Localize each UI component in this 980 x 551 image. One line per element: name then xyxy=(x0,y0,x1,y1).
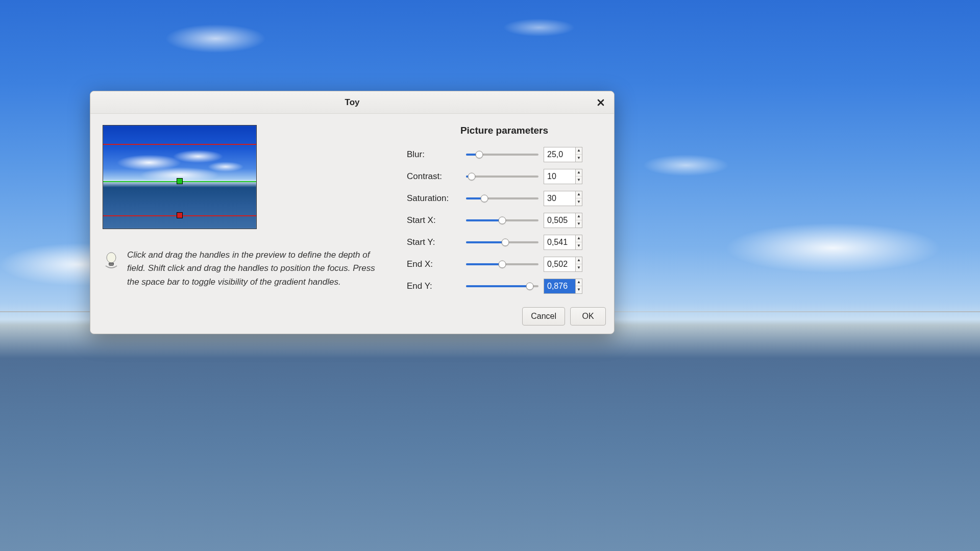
param-label: Saturation: xyxy=(407,193,461,204)
param-saturation: Saturation: ▲▼ xyxy=(407,187,602,209)
start-x-input[interactable] xyxy=(544,213,575,228)
dialog-titlebar[interactable]: Toy xyxy=(90,91,614,114)
svg-point-0 xyxy=(107,253,116,263)
param-end-y: End Y: ▲▼ xyxy=(407,275,602,297)
end-x-slider[interactable] xyxy=(466,260,538,268)
spin-arrows[interactable]: ▲▼ xyxy=(575,213,582,228)
end-y-input[interactable] xyxy=(544,279,575,294)
param-contrast: Contrast: ▲▼ xyxy=(407,165,602,187)
close-icon[interactable] xyxy=(595,96,607,109)
start-y-input[interactable] xyxy=(544,235,575,250)
blur-spinbox[interactable]: ▲▼ xyxy=(544,147,585,162)
arrow-down-icon[interactable]: ▼ xyxy=(576,220,582,228)
saturation-input[interactable] xyxy=(544,191,575,206)
arrow-up-icon[interactable]: ▲ xyxy=(576,257,582,265)
param-label: Blur: xyxy=(407,149,461,160)
param-start-x: Start X: ▲▼ xyxy=(407,209,602,231)
param-label: Contrast: xyxy=(407,171,461,182)
spin-arrows[interactable]: ▲▼ xyxy=(575,191,582,206)
arrow-up-icon[interactable]: ▲ xyxy=(576,279,582,287)
focus-handle[interactable] xyxy=(177,178,183,184)
hint-text: Click and drag the handles in the previe… xyxy=(127,248,388,289)
cancel-button[interactable]: Cancel xyxy=(522,307,565,325)
start-x-spinbox[interactable]: ▲▼ xyxy=(544,213,585,228)
contrast-slider[interactable] xyxy=(466,172,538,181)
arrow-up-icon[interactable]: ▲ xyxy=(576,191,582,199)
param-blur: Blur: ▲▼ xyxy=(407,143,602,165)
param-label: Start X: xyxy=(407,215,461,226)
arrow-up-icon[interactable]: ▲ xyxy=(576,169,582,177)
end-x-input[interactable] xyxy=(544,257,575,272)
param-label: Start Y: xyxy=(407,237,461,247)
parameters-title: Picture parameters xyxy=(407,125,602,136)
param-label: End X: xyxy=(407,259,461,269)
arrow-down-icon[interactable]: ▼ xyxy=(576,198,582,206)
dialog-button-bar: Cancel OK xyxy=(90,303,614,334)
gradient-handle[interactable] xyxy=(177,212,183,218)
ok-button[interactable]: OK xyxy=(570,307,606,325)
spin-arrows[interactable]: ▲▼ xyxy=(575,235,582,250)
param-end-x: End X: ▲▼ xyxy=(407,253,602,275)
dialog-title: Toy xyxy=(345,97,360,108)
start-y-spinbox[interactable]: ▲▼ xyxy=(544,235,585,250)
start-y-slider[interactable] xyxy=(466,238,538,246)
spin-arrows[interactable]: ▲▼ xyxy=(575,147,582,162)
end-y-spinbox[interactable]: ▲▼ xyxy=(544,279,585,294)
arrow-up-icon[interactable]: ▲ xyxy=(576,235,582,243)
hint-row: Click and drag the handles in the previe… xyxy=(103,248,388,289)
saturation-slider[interactable] xyxy=(466,194,538,203)
end-x-spinbox[interactable]: ▲▼ xyxy=(544,257,585,272)
parameters-panel: Picture parameters Blur: ▲▼ Contrast: xyxy=(407,125,602,297)
dialog-window: Toy xyxy=(90,91,615,334)
spin-arrows[interactable]: ▲▼ xyxy=(575,257,582,272)
arrow-up-icon[interactable]: ▲ xyxy=(576,147,582,155)
end-y-slider[interactable] xyxy=(466,282,538,290)
spin-arrows[interactable]: ▲▼ xyxy=(575,169,582,184)
arrow-down-icon[interactable]: ▼ xyxy=(576,177,582,184)
arrow-down-icon[interactable]: ▼ xyxy=(576,155,582,162)
gradient-line-top[interactable] xyxy=(103,144,256,145)
arrow-down-icon[interactable]: ▼ xyxy=(576,264,582,271)
contrast-input[interactable] xyxy=(544,169,575,184)
blur-input[interactable] xyxy=(544,147,575,162)
arrow-down-icon[interactable]: ▼ xyxy=(576,242,582,249)
contrast-spinbox[interactable]: ▲▼ xyxy=(544,169,585,184)
preview-canvas[interactable] xyxy=(103,125,257,229)
arrow-down-icon[interactable]: ▼ xyxy=(576,286,582,293)
start-x-slider[interactable] xyxy=(466,216,538,224)
spin-arrows[interactable]: ▲▼ xyxy=(575,279,582,294)
saturation-spinbox[interactable]: ▲▼ xyxy=(544,191,585,206)
lightbulb-icon xyxy=(103,252,120,269)
blur-slider[interactable] xyxy=(466,151,538,159)
arrow-up-icon[interactable]: ▲ xyxy=(576,213,582,221)
param-start-y: Start Y: ▲▼ xyxy=(407,231,602,253)
param-label: End Y: xyxy=(407,281,461,291)
